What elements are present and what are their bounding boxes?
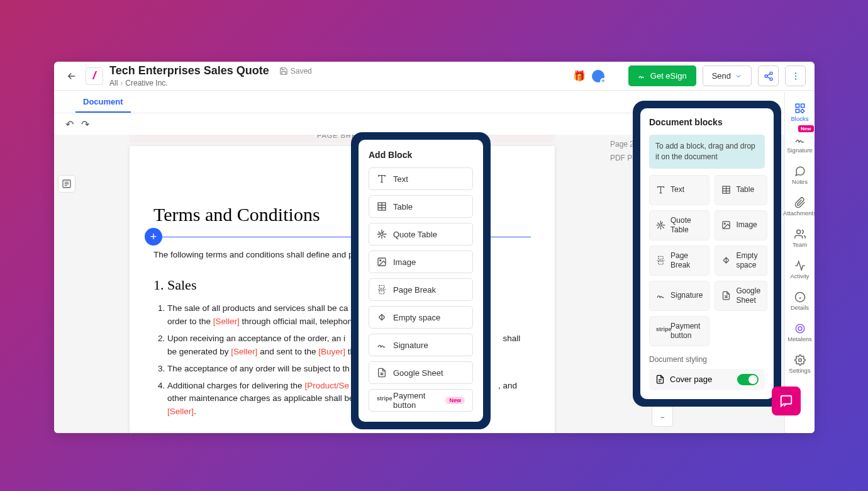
block-option-payment-button[interactable]: stripePayment buttonNew — [369, 389, 473, 412]
block-option-page-break[interactable]: Page Break — [369, 278, 473, 301]
rail-attachments[interactable]: Attachments — [786, 191, 814, 222]
svg-point-16 — [660, 224, 662, 227]
page-break-label: PAGE BREAK — [130, 135, 555, 143]
block-option-google-sheet[interactable]: Google Sheet — [369, 361, 473, 384]
chat-fab[interactable] — [772, 387, 801, 415]
rail-blocks[interactable]: Blocks — [786, 97, 814, 127]
svg-point-14 — [380, 260, 381, 261]
rail-settings[interactable]: Settings — [786, 349, 814, 379]
add-block-inline-button[interactable]: + — [145, 228, 162, 246]
block-option-table[interactable]: Table — [369, 195, 473, 218]
block-option-signature[interactable]: Signature — [369, 334, 473, 356]
rail-signature[interactable]: New Signature — [786, 128, 814, 159]
zoom-out-button[interactable]: − — [652, 409, 672, 426]
rail-team[interactable]: Team — [786, 223, 814, 253]
styling-label: Document styling — [649, 355, 765, 364]
doc-title: Tech Enterprises Sales Quote — [109, 64, 269, 77]
get-esign-button[interactable]: Get eSign — [628, 65, 696, 86]
add-block-title: Add Block — [369, 150, 473, 160]
rail-metalens[interactable]: Metalens — [786, 317, 814, 347]
blocks-panel-title: Document blocks — [649, 117, 765, 127]
block-tile-page-break[interactable]: Page Break — [649, 246, 709, 276]
send-button[interactable]: Send — [703, 65, 752, 86]
svg-point-9 — [798, 327, 802, 330]
svg-point-2 — [770, 77, 772, 80]
undo-button[interactable]: ↶ — [65, 118, 74, 130]
doc-type-icon: / — [86, 67, 103, 85]
title-area: Tech Enterprises Sales Quote Saved All›C… — [109, 64, 573, 87]
block-tile-image[interactable]: Image — [715, 210, 767, 240]
block-option-empty-space[interactable]: Empty space — [369, 306, 473, 329]
svg-point-5 — [794, 78, 796, 79]
blocks-hint: To add a block, drag and drop it on the … — [649, 135, 765, 169]
blocks-panel: Document blocks To add a block, drag and… — [633, 101, 781, 407]
saved-indicator: Saved — [279, 67, 312, 76]
tab-document[interactable]: Document — [75, 92, 131, 113]
block-tile-table[interactable]: Table — [715, 175, 767, 205]
rail-details[interactable]: Details — [786, 286, 814, 316]
back-button[interactable] — [63, 67, 81, 85]
block-tile-payment-button[interactable]: stripePayment button — [649, 316, 709, 346]
block-tile-signature[interactable]: Signature — [649, 281, 709, 311]
gift-icon[interactable]: 🎁 — [573, 70, 586, 82]
rail-notes[interactable]: Notes — [786, 160, 814, 190]
block-tile-google-sheet[interactable]: Google Sheet — [715, 281, 767, 311]
block-option-text[interactable]: Text — [369, 167, 473, 190]
breadcrumb[interactable]: All›Creative Inc. — [109, 79, 573, 87]
block-tile-quote-table[interactable]: Quote Table — [649, 210, 709, 240]
block-option-quote-table[interactable]: Quote Table — [369, 223, 473, 246]
block-option-image[interactable]: Image — [369, 251, 473, 273]
svg-point-12 — [381, 233, 383, 235]
redo-button[interactable]: ↷ — [81, 118, 89, 130]
share-button[interactable] — [758, 65, 779, 86]
cover-page-toggle[interactable] — [737, 374, 759, 385]
svg-point-10 — [798, 358, 801, 361]
svg-point-4 — [794, 75, 796, 76]
rail-activity[interactable]: Activity — [786, 254, 814, 285]
svg-point-8 — [796, 324, 804, 333]
svg-point-1 — [765, 75, 767, 77]
svg-point-3 — [794, 72, 796, 74]
app-window: / Tech Enterprises Sales Quote Saved All… — [54, 62, 815, 433]
add-user-icon[interactable] — [592, 70, 604, 82]
block-tile-empty-space[interactable]: Empty space — [715, 246, 767, 276]
svg-point-18 — [725, 223, 726, 224]
document-page[interactable]: Terms and Conditions + The following ter… — [130, 146, 555, 433]
add-block-popup: Add Block TextTableQuote TableImagePage … — [351, 132, 491, 429]
block-tile-text[interactable]: Text — [649, 175, 709, 205]
topbar: / Tech Enterprises Sales Quote Saved All… — [54, 62, 815, 91]
more-button[interactable] — [785, 65, 806, 86]
cover-page-row: Cover page — [649, 369, 765, 390]
outline-button[interactable] — [58, 175, 75, 193]
svg-point-0 — [770, 72, 772, 74]
right-rail: Blocks New Signature Notes Attachments T… — [784, 92, 815, 433]
